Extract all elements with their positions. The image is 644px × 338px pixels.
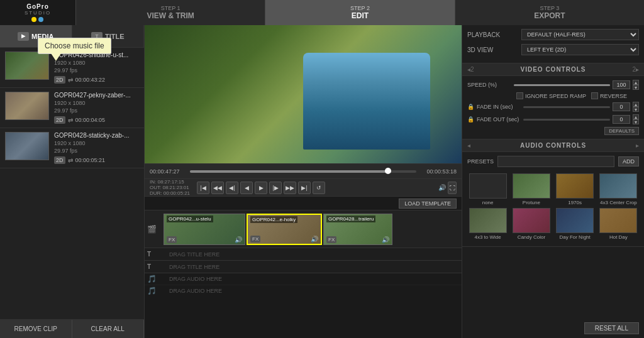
- progress-track[interactable]: [190, 170, 416, 173]
- fade-in-down[interactable]: ▼: [633, 107, 639, 112]
- ignore-speed-label: IGNORE SPEED RAMP: [525, 93, 586, 99]
- speed-input[interactable]: [613, 80, 630, 89]
- fade-in-input[interactable]: [613, 102, 630, 111]
- prev-frame-button[interactable]: ◀◀: [211, 182, 224, 194]
- fade-in-up[interactable]: ▲: [633, 102, 639, 107]
- sync-icon-1: ⇄: [68, 77, 73, 84]
- clip-3-fx[interactable]: FX: [326, 236, 336, 243]
- presets-label: PRESETS: [467, 158, 494, 165]
- audio-track-2: 🎵 DRAG AUDIO HERE: [145, 285, 462, 296]
- title-icon-2: T: [147, 263, 151, 270]
- clip-2[interactable]: GOPR042...e-holky FX 🔊: [247, 214, 322, 245]
- fade-out-input[interactable]: [613, 115, 630, 124]
- left-bottom-buttons: REMOVE CLIP CLEAR ALL: [0, 319, 144, 338]
- step-1[interactable]: STEP 1 VIEW & TRIM: [75, 0, 265, 25]
- reverse-checkbox[interactable]: [591, 92, 598, 99]
- list-item[interactable]: GOPR0427-pekny-zaber-... 1920 x 1080 29.…: [0, 88, 144, 128]
- media-badges-2: 2D ⇄ 00:00:04:05: [54, 116, 139, 124]
- media-info-2: GOPR0427-pekny-zaber-... 1920 x 1080 29.…: [54, 92, 139, 124]
- clip-1[interactable]: GOPR042...u-stelu FX 🔊: [164, 214, 245, 245]
- speed-row: SPEED (%) ▲ ▼: [467, 80, 639, 90]
- badge-2d-1: 2D: [54, 76, 65, 84]
- skip-end-button[interactable]: ▶|: [298, 182, 311, 194]
- drag-title-2: DRAG TITLE HERE: [169, 264, 219, 270]
- media-icon: ▶: [18, 32, 29, 41]
- speed-slider[interactable]: [514, 84, 610, 86]
- preset-thumb-daynight: [556, 208, 594, 233]
- speed-arrows: ▲ ▼: [633, 80, 639, 90]
- clip-1-fx[interactable]: FX: [167, 236, 177, 243]
- fade-out-up[interactable]: ▲: [633, 114, 639, 119]
- gopro-name: GoPro: [26, 3, 49, 10]
- volume-icon[interactable]: 🔊: [438, 184, 446, 191]
- title-icon-1: T: [147, 251, 151, 258]
- loop-button[interactable]: ↺: [313, 182, 325, 194]
- step-2[interactable]: STEP 2 EDIT: [265, 0, 454, 25]
- playback-dropdown[interactable]: DEFAULT (HALF-RES): [521, 29, 639, 40]
- video-nav-left[interactable]: ◂2: [467, 66, 474, 73]
- presets-input[interactable]: [497, 156, 614, 167]
- preset-candy[interactable]: Candy Color: [511, 208, 552, 240]
- preset-none[interactable]: none: [467, 173, 508, 205]
- view-3d-label: 3D VIEW: [467, 46, 518, 53]
- fade-out-lock: 🔒: [467, 116, 474, 123]
- timeline-area: 🎬 GOPR042...u-stelu FX 🔊 GOPR042...e-hol…: [145, 210, 462, 338]
- load-template-button[interactable]: LOAD TEMPLATE: [399, 199, 457, 209]
- step-2-num: STEP 2: [350, 5, 370, 11]
- video-controls-title: VIDEO CONTROLS: [474, 66, 633, 73]
- dur-point: DUR: 00:00:05:21: [150, 190, 190, 196]
- fullscreen-button[interactable]: ⛶: [448, 182, 457, 194]
- steps-bar: STEP 1 VIEW & TRIM STEP 2 EDIT STEP 3 EX…: [75, 0, 644, 25]
- video-nav-right[interactable]: 2▸: [632, 66, 639, 73]
- preset-name-candy: Candy Color: [518, 234, 545, 240]
- media-dur-3: 00:00:05:21: [75, 157, 106, 163]
- media-res-1: 1920 x 1080: [54, 60, 139, 66]
- clip-3-audio: 🔊: [382, 236, 389, 243]
- clip-2-fx[interactable]: FX: [250, 236, 260, 243]
- view-3d-dropdown[interactable]: LEFT EYE (2D): [521, 44, 639, 55]
- skip-start-button[interactable]: |◀: [197, 182, 209, 194]
- video-background: [145, 25, 462, 163]
- video-controls-header: ◂2 VIDEO CONTROLS 2▸: [462, 63, 644, 76]
- speed-up[interactable]: ▲: [633, 80, 639, 85]
- play-button[interactable]: ▶: [255, 182, 267, 194]
- play-back-button[interactable]: ◀: [240, 182, 253, 194]
- ignore-speed-checkbox[interactable]: [516, 92, 523, 99]
- preset-daynight[interactable]: Day For Night: [555, 208, 596, 240]
- fade-out-down[interactable]: ▼: [633, 119, 639, 124]
- defaults-button[interactable]: DEFAULTS: [604, 127, 639, 135]
- remove-clip-button[interactable]: REMOVE CLIP: [0, 320, 72, 338]
- media-thumb-3: [5, 132, 49, 160]
- timeline-bar: 00:00:47:27 00:00:53:18: [145, 163, 462, 178]
- step-back-button[interactable]: ◀|: [226, 182, 238, 194]
- preset-4x3wide[interactable]: 4x3 to Wide: [467, 208, 508, 240]
- preset-hotday[interactable]: Hot Day: [598, 208, 639, 240]
- ignore-speed-ramp[interactable]: IGNORE SPEED RAMP: [516, 92, 586, 99]
- preset-name-4x3wide: 4x3 to Wide: [475, 234, 501, 240]
- preset-name-1970s: 1970s: [568, 200, 582, 205]
- next-frame-button[interactable]: ▶▶: [284, 182, 296, 194]
- gopro-logo: GoPro STUDIO: [0, 0, 75, 25]
- clear-all-button[interactable]: CLEAR ALL: [72, 320, 145, 338]
- speed-down[interactable]: ▼: [633, 85, 639, 90]
- reset-all-button[interactable]: RESET ALL: [584, 322, 639, 334]
- step-forward-button[interactable]: |▶: [269, 182, 282, 194]
- clip-3[interactable]: GOPR0428...traileru FX 🔊: [323, 214, 392, 245]
- fade-in-slider[interactable]: [523, 106, 610, 108]
- list-item[interactable]: GOPR0428-staticky-zab-... 1920 x 1080 29…: [0, 128, 144, 168]
- media-fps-2: 29.97 fps: [54, 107, 139, 114]
- fade-out-slider[interactable]: [523, 119, 610, 121]
- gopro-studio: STUDIO: [25, 10, 51, 16]
- preset-thumb-none: [469, 173, 507, 199]
- preset-1970s[interactable]: 1970s: [555, 173, 596, 205]
- reverse-item[interactable]: REVERSE: [591, 92, 627, 99]
- step-3[interactable]: STEP 3 EXPORT: [455, 0, 644, 25]
- preset-protune[interactable]: Protune: [511, 173, 552, 205]
- video-track-icon: 🎬: [147, 225, 157, 234]
- audio-nav-right[interactable]: ▸: [636, 142, 639, 149]
- step-1-label: VIEW & TRIM: [147, 11, 194, 20]
- playback-row: PLAYBACK DEFAULT (HALF-RES): [467, 29, 639, 40]
- preset-4x3center[interactable]: 4x3 Center Crop: [598, 173, 639, 205]
- media-list: GOPR0426-snidane-u-st... 1920 x 1080 29.…: [0, 48, 144, 319]
- add-preset-button[interactable]: ADD: [618, 156, 639, 166]
